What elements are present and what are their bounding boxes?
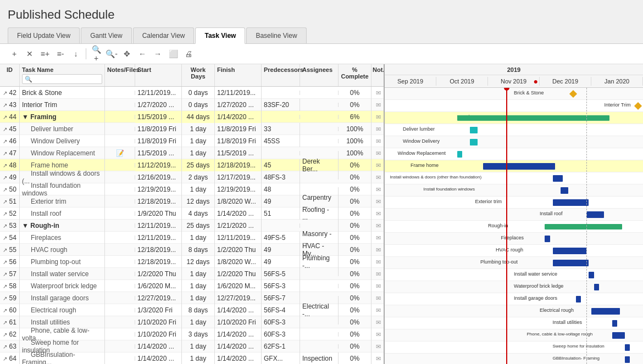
cell-id: ↗ 59 <box>0 292 20 304</box>
cell-note: ✉ <box>372 195 384 208</box>
row-link-icon[interactable]: ↗ <box>3 211 7 217</box>
envelope-icon: ✉ <box>376 174 381 181</box>
gantt-bar-label: Install water service <box>514 271 557 277</box>
row-link-icon[interactable]: ↗ <box>3 356 7 362</box>
cell-pct: 0% <box>339 87 372 99</box>
cell-assignees <box>300 284 339 288</box>
scroll-left-button[interactable]: ← <box>136 47 149 60</box>
zoom-out-button[interactable]: 🔍- <box>105 47 118 60</box>
gantt-bar <box>561 187 568 194</box>
cell-workdays: 1 day <box>182 183 215 195</box>
cell-notes <box>105 139 135 143</box>
fit-button[interactable]: ⬜ <box>167 47 180 60</box>
cell-id: ↗ 44 <box>0 111 20 123</box>
row-link-icon[interactable]: ↗ <box>3 126 7 132</box>
cell-id: ↗ 51 <box>0 195 20 208</box>
cell-assignees: Inspection <box>300 352 339 365</box>
row-link-icon[interactable]: ↗ <box>3 223 7 229</box>
row-link-icon[interactable]: ↗ <box>3 175 7 181</box>
gantt-month-row: Sep 2019 Oct 2019 Nov 2019 ● Dec 2019 Ja… <box>385 75 643 87</box>
cell-assignees <box>300 127 339 131</box>
gantt-bar-label: Install windows & doors (other than foun… <box>390 175 481 180</box>
indent-button[interactable]: ≡+ <box>38 47 52 60</box>
cell-start: 11/12/2019... <box>135 159 182 171</box>
cell-note: ✉ <box>372 123 384 135</box>
cell-pct: 0% <box>339 244 372 256</box>
cell-note: ✉ <box>372 268 384 280</box>
cell-pct: 0% <box>339 292 372 304</box>
table-row: ↗ 64 GBBInsulation- Framing... 1/14/2020… <box>0 352 384 364</box>
gantt-bar-label: HVAC rough <box>496 247 523 253</box>
row-link-icon[interactable]: ↗ <box>3 271 7 277</box>
row-link-icon[interactable]: ↗ <box>3 247 7 253</box>
add-button[interactable]: + <box>8 47 21 60</box>
cell-id: ↗ 63 <box>0 340 20 352</box>
scroll-right-button[interactable]: → <box>151 47 164 60</box>
cell-taskname: Window Replacement <box>20 147 105 159</box>
gantt-row: Install roof <box>385 209 643 221</box>
row-link-icon[interactable]: ↗ <box>3 332 7 338</box>
cell-finish: 1/8/2020 W... <box>215 195 262 208</box>
zoom-in-button[interactable]: 🔍+ <box>90 47 103 60</box>
row-link-icon[interactable]: ↗ <box>3 307 7 313</box>
collapse-button[interactable]: ↓ <box>69 47 82 60</box>
cell-workdays: 1 day <box>182 292 215 304</box>
gantt-bar <box>545 224 622 229</box>
gantt-bar <box>470 127 478 133</box>
row-link-icon[interactable]: ↗ <box>3 344 7 350</box>
cell-pct: 0% <box>339 220 372 232</box>
row-link-icon[interactable]: ↗ <box>3 150 7 156</box>
cell-finish: 12/19/2019... <box>215 183 262 195</box>
row-link-icon[interactable]: ↗ <box>3 295 7 301</box>
row-link-icon[interactable]: ↗ <box>3 138 7 144</box>
row-link-icon[interactable]: ↗ <box>3 199 7 205</box>
row-link-icon[interactable]: ↗ <box>3 102 7 108</box>
tab-baseline[interactable]: Baseline View <box>246 27 306 43</box>
gantt-bar <box>591 308 620 315</box>
envelope-icon: ✉ <box>376 247 381 253</box>
cell-pred <box>262 151 300 155</box>
cell-finish: 1/14/2020 ... <box>215 328 262 340</box>
gantt-section: 2019 Sep 2019 Oct 2019 Nov 2019 ● Dec 20… <box>385 64 643 364</box>
task-search-input[interactable] <box>22 74 102 84</box>
print-button[interactable]: 🖨 <box>182 47 195 60</box>
cell-taskname: Plumbing top-out <box>20 256 105 268</box>
row-link-icon[interactable]: ↗ <box>3 320 7 326</box>
cell-id: ↗ 55 <box>0 244 20 256</box>
row-link-icon[interactable]: ↗ <box>3 283 7 289</box>
cell-assignees <box>300 187 339 192</box>
envelope-icon: ✉ <box>376 150 381 156</box>
cell-taskname: GBBInsulation- Framing... <box>20 349 105 365</box>
cell-finish: 1/8/2020 W... <box>215 256 262 268</box>
row-link-icon[interactable]: ↗ <box>3 187 7 193</box>
row-link-icon[interactable]: ↗ <box>3 163 7 169</box>
cell-id: ↗ 46 <box>0 135 20 147</box>
row-link-icon[interactable]: ↗ <box>3 90 7 96</box>
tab-field-update[interactable]: Field Update View <box>8 27 80 43</box>
delete-button[interactable]: ✕ <box>23 47 36 60</box>
row-link-icon[interactable]: ↗ <box>3 235 7 241</box>
move-button[interactable]: ✥ <box>120 47 134 60</box>
cell-workdays: 44 days <box>182 111 215 123</box>
envelope-icon: ✉ <box>376 186 381 193</box>
gantt-bar-label: Phone, cable & low-voltage rough <box>527 332 593 337</box>
gantt-bar-label: Install foundation windows <box>424 187 475 192</box>
gantt-bar <box>457 115 609 121</box>
tab-task[interactable]: Task View <box>195 27 245 44</box>
tab-gantt[interactable]: Gantt View <box>81 27 131 43</box>
toolbar-separator-1 <box>86 48 86 59</box>
col-header-taskname: Task Name <box>20 64 105 86</box>
row-link-icon[interactable]: ↗ <box>3 114 7 120</box>
cell-workdays: 3 days <box>182 328 215 340</box>
cell-notes <box>105 248 135 252</box>
gantt-bar <box>589 272 594 278</box>
outdent-button[interactable]: ≡- <box>54 47 67 60</box>
cell-pct: 0% <box>339 171 372 183</box>
col-taskname-label: Task Name <box>22 66 102 73</box>
tab-calendar[interactable]: Calendar View <box>133 27 195 43</box>
gantt-bar <box>576 296 581 303</box>
row-link-icon[interactable]: ↗ <box>3 259 7 265</box>
cell-id: ↗ 54 <box>0 232 20 244</box>
cell-id: ↗ 58 <box>0 280 20 292</box>
gantt-row: Phone, cable & low-voltage rough <box>385 329 643 341</box>
